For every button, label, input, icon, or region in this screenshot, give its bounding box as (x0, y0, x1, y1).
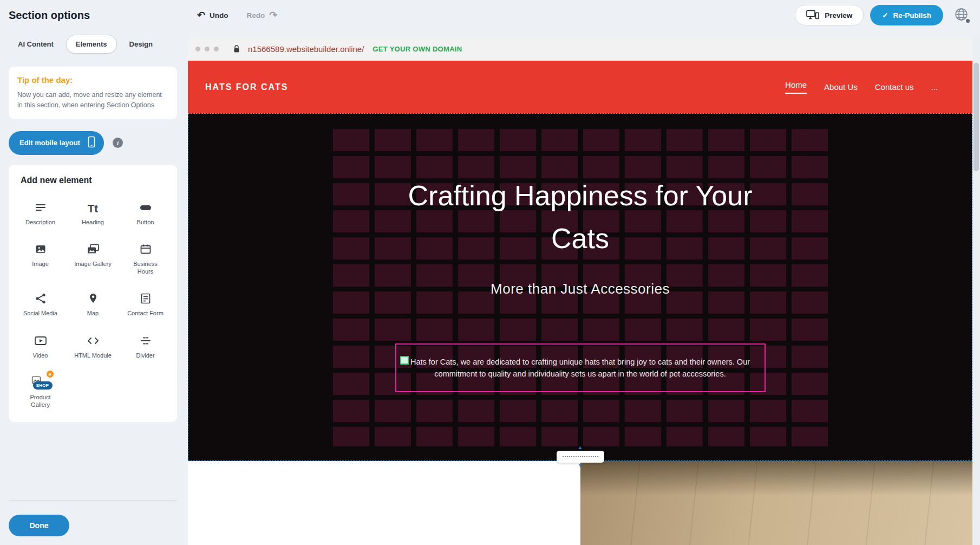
mobile-layout-row: Edit mobile layout i (9, 131, 177, 155)
section-resize-handle[interactable]: ▲ ▼ (557, 445, 604, 468)
video-icon (34, 333, 48, 347)
check-icon: ✓ (882, 11, 888, 20)
drag-handle[interactable] (400, 356, 409, 365)
business-hours-icon (139, 241, 152, 256)
lock-icon (233, 44, 240, 53)
element-image[interactable]: Image (14, 241, 67, 276)
hero-heading[interactable]: Crafting Happiness for Your Cats (396, 174, 765, 260)
shop-badge-label: SHOP (33, 381, 53, 390)
upgrade-badge-icon (47, 371, 54, 378)
preview-button[interactable]: Preview (795, 5, 864, 25)
heading-icon: Tt (88, 199, 98, 214)
nav-contact-us[interactable]: Contact us (875, 82, 914, 92)
hero-paragraph-text[interactable]: Hats for Cats, we are dedicated to craft… (404, 356, 757, 380)
devices-icon (806, 10, 819, 21)
scrollbar-track (972, 37, 980, 545)
phone-icon (88, 136, 95, 150)
tip-title: Tip of the day: (17, 75, 168, 85)
info-icon[interactable]: i (113, 138, 123, 148)
republish-label: Re-Publish (893, 11, 931, 20)
undo-icon: ↶ (197, 10, 205, 20)
tip-body: Now you can add, move and resize any ele… (17, 90, 168, 111)
site-header[interactable]: HATS FOR CATS Home About Us Contact us .… (188, 61, 972, 113)
sidebar-divider (9, 500, 177, 501)
element-map[interactable]: Map (67, 290, 119, 317)
get-domain-link[interactable]: GET YOUR OWN DOMAIN (373, 45, 462, 53)
sidebar-tabs: AI Content Elements Design (9, 35, 177, 54)
divider-icon (139, 333, 152, 347)
contact-form-icon (139, 290, 152, 305)
topbar-actions: Preview ✓ Re-Publish (795, 4, 972, 27)
editor-canvas: n1566589.websitebuilder.online/ GET YOUR… (188, 30, 980, 545)
element-image-gallery[interactable]: Image Gallery (67, 241, 119, 276)
element-heading[interactable]: Tt Heading (67, 199, 119, 226)
tip-card: Tip of the day: Now you can add, move an… (9, 67, 177, 119)
nav-about-us[interactable]: About Us (824, 82, 858, 92)
product-gallery-icon: SHOP (30, 374, 51, 389)
sidebar-spacer (9, 422, 177, 500)
preview-label: Preview (825, 11, 852, 20)
scrollbar-thumb[interactable] (974, 63, 979, 171)
browser-chrome: n1566589.websitebuilder.online/ GET YOUR… (188, 37, 972, 61)
nav-more[interactable]: ... (931, 82, 938, 92)
edit-mobile-label: Edit mobile layout (19, 139, 80, 147)
image-icon (34, 241, 47, 256)
button-icon (139, 199, 153, 214)
next-section-image (580, 461, 973, 545)
element-contact-form[interactable]: Contact Form (119, 290, 172, 317)
element-video[interactable]: Video (14, 333, 67, 359)
redo-icon: ↷ (269, 10, 277, 20)
element-grid: Description Tt Heading Button (14, 199, 172, 409)
image-gallery-icon (86, 241, 100, 256)
element-html-module[interactable]: HTML Module (67, 333, 119, 359)
dotted-line (563, 456, 598, 457)
window-dot (214, 47, 219, 51)
history-controls: ↶ Undo Redo ↷ (197, 10, 277, 20)
sidebar: AI Content Elements Design Tip of the da… (0, 30, 188, 545)
site-preview-window: n1566589.websitebuilder.online/ GET YOUR… (188, 37, 972, 545)
tab-design[interactable]: Design (120, 35, 162, 53)
hero-subheading[interactable]: More than Just Accessories (491, 281, 670, 297)
undo-label: Undo (210, 11, 228, 20)
element-button[interactable]: Button (119, 199, 172, 226)
topbar: Section options ↶ Undo Redo ↷ Preview ✓ … (0, 0, 980, 30)
element-business-hours[interactable]: Business Hours (119, 241, 172, 276)
undo-button[interactable]: ↶ Undo (197, 10, 228, 20)
tab-ai-content[interactable]: AI Content (9, 35, 63, 53)
element-social-media[interactable]: Social Media (14, 290, 67, 317)
hero-paragraph-selected[interactable]: Hats for Cats, we are dedicated to craft… (395, 343, 766, 392)
tab-elements[interactable]: Elements (66, 35, 117, 54)
arrow-down-icon: ▼ (578, 463, 583, 468)
edit-mobile-layout-button[interactable]: Edit mobile layout (9, 131, 104, 155)
map-pin-icon (87, 290, 100, 305)
window-dot (205, 47, 210, 51)
main-layout: AI Content Elements Design Tip of the da… (0, 30, 980, 545)
element-description[interactable]: Description (14, 199, 67, 226)
redo-button[interactable]: Redo ↷ (247, 10, 278, 20)
next-section (188, 461, 972, 545)
site-url[interactable]: n1566589.websitebuilder.online/ (248, 44, 364, 54)
next-section-white-area (188, 461, 580, 545)
globe-badge (966, 19, 970, 23)
window-dot (195, 47, 200, 51)
description-icon (34, 199, 47, 214)
language-globe-button[interactable] (950, 4, 972, 27)
nav-home[interactable]: Home (785, 80, 807, 94)
code-icon (86, 333, 100, 347)
add-element-panel: Add new element Description Tt Heading (9, 165, 177, 422)
site-nav: Home About Us Contact us ... (785, 80, 955, 94)
element-product-gallery[interactable]: SHOP Product Gallery (14, 374, 67, 409)
republish-button[interactable]: ✓ Re-Publish (870, 5, 943, 25)
resize-pill (557, 451, 604, 463)
arrow-up-icon: ▲ (578, 445, 583, 450)
site-page: HATS FOR CATS Home About Us Contact us .… (188, 61, 972, 545)
site-logo[interactable]: HATS FOR CATS (205, 82, 288, 92)
add-element-title: Add new element (14, 176, 172, 185)
done-button[interactable]: Done (9, 515, 69, 536)
hero-section-selected[interactable]: Crafting Happiness for Your Cats More th… (188, 113, 972, 461)
redo-label: Redo (247, 11, 265, 20)
social-media-icon (34, 290, 47, 305)
window-controls (195, 47, 219, 51)
element-divider[interactable]: Divider (119, 333, 172, 359)
page-title: Section options (9, 9, 187, 22)
